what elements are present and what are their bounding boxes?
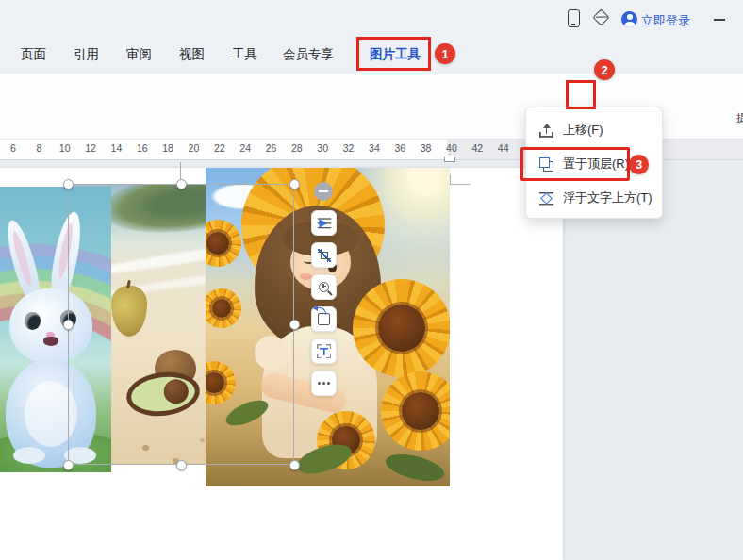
minimize-button-icon[interactable] (714, 19, 725, 21)
sunflower (206, 220, 241, 267)
menu-item-label: 上移(F) (563, 122, 603, 139)
bring-to-front-icon (539, 157, 553, 172)
user-avatar-icon[interactable] (621, 11, 637, 27)
mobile-view-icon[interactable] (568, 9, 580, 27)
ruler-number: 14 (107, 142, 125, 154)
ruler-number: 10 (56, 142, 74, 154)
leaf (383, 450, 447, 486)
annotation-badge-2: 2 (594, 59, 615, 80)
selection-handle-top-left[interactable] (63, 179, 74, 189)
tab-review[interactable]: 审阅 (126, 46, 152, 63)
rabbit-feet (13, 447, 45, 464)
tab-tools[interactable]: 工具 (232, 46, 257, 63)
ruler-number: 42 (468, 142, 487, 154)
wrap-text-float-button[interactable] (311, 210, 337, 236)
sunflower (206, 361, 236, 404)
zoom-float-button[interactable] (311, 274, 337, 300)
tab-reference[interactable]: 引用 (74, 46, 99, 63)
rabbit-eye (25, 312, 41, 330)
extract-text-float-button[interactable] (311, 338, 337, 364)
ruler-number: 6 (4, 142, 23, 154)
ruler-number: 44 (494, 142, 513, 154)
ruler-number: 16 (133, 142, 152, 154)
rotate-icon (318, 313, 330, 325)
tab-picture-tools[interactable]: 图片工具 (370, 46, 421, 63)
3d-box-icon[interactable] (592, 8, 609, 25)
float-above-text-icon (539, 191, 553, 206)
selection-handle-top-middle[interactable] (176, 179, 187, 189)
ruler-number: 34 (365, 142, 384, 154)
annotation-badge-1: 1 (435, 43, 455, 64)
annotation-badge-3: 3 (629, 155, 649, 174)
large-sunflower (353, 279, 450, 377)
tab-page[interactable]: 页面 (21, 46, 46, 63)
collapse-toolbar-button[interactable] (314, 182, 333, 201)
cartoon-rabbit-image[interactable] (0, 187, 111, 472)
move-up-icon (539, 124, 553, 138)
pear (111, 286, 147, 337)
ruler-number: 30 (313, 142, 332, 154)
sunflower (206, 288, 241, 328)
wps-application-window: 立即登录 页面 引用 审阅 视图 工具 会员专享 图片工具 1 抠除背景 设置透… (0, 0, 743, 560)
ruler-number: 22 (210, 142, 229, 154)
tab-view[interactable]: 视图 (179, 46, 205, 63)
ruler-number: 38 (417, 142, 436, 154)
sunflower (381, 371, 450, 451)
ruler-number: 32 (339, 142, 358, 154)
selection-handle-top-right[interactable] (289, 179, 300, 189)
menu-item-move-up[interactable]: 上移(F) (526, 113, 662, 147)
ruler-number: 12 (81, 142, 100, 154)
ruler-number: 26 (262, 142, 281, 154)
rabbit-mouth (43, 337, 58, 346)
titlebar: 立即登录 (0, 0, 743, 36)
document-area (0, 160, 743, 560)
ruler-number: 28 (288, 142, 306, 154)
ruler-number: 18 (158, 142, 177, 154)
menu-item-float-above-text[interactable]: 浮于文字上方(T) (526, 181, 662, 215)
ruler-number: 20 (184, 142, 203, 154)
selection-handle-middle-left[interactable] (63, 320, 74, 330)
selection-handle-bottom-right[interactable] (289, 460, 300, 470)
text-boundary-corner-mark (450, 174, 471, 185)
magnifier-plus-icon (319, 282, 329, 292)
selection-handle-bottom-left[interactable] (63, 460, 74, 470)
extract-text-icon (317, 344, 331, 358)
more-options-float-button[interactable] (311, 371, 337, 396)
crop-float-button[interactable] (311, 242, 337, 268)
ruler-number: 40 (442, 142, 461, 154)
login-button[interactable]: 立即登录 (641, 12, 690, 29)
rabbit-head (9, 288, 92, 364)
tab-member[interactable]: 会员专享 (283, 46, 334, 63)
rabbit-belly (25, 381, 77, 447)
crop-icon (318, 249, 331, 262)
ellipsis-icon (318, 382, 330, 385)
selection-handle-bottom-middle[interactable] (176, 460, 187, 470)
ruler-number: 36 (390, 142, 409, 154)
ruler-number: 24 (236, 142, 255, 154)
menu-item-label: 置于顶层(R) (563, 156, 629, 173)
clipped-toolbar-label: 提 (736, 110, 743, 125)
menu-item-label: 浮于文字上方(T) (563, 189, 652, 206)
selection-handle-middle-right[interactable] (289, 320, 300, 330)
text-wrap-icon (317, 218, 330, 228)
menu-bar: 页面 引用 审阅 视图 工具 会员专享 图片工具 (0, 36, 743, 74)
ruler-number: 8 (29, 142, 48, 154)
rotate-float-button[interactable] (311, 306, 337, 332)
girl-sleeve (255, 336, 287, 370)
